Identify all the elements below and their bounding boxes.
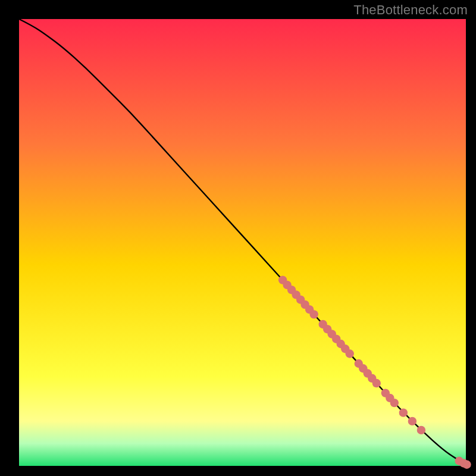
data-dot <box>372 379 381 387</box>
chart-svg <box>0 0 476 476</box>
data-dot <box>309 310 318 318</box>
data-dot <box>390 399 399 407</box>
chart-stage: TheBottleneck.com <box>0 0 476 476</box>
data-dot <box>417 426 425 434</box>
data-dot <box>399 408 408 416</box>
data-dot <box>462 461 471 469</box>
data-dot <box>408 417 416 425</box>
attribution-text: TheBottleneck.com <box>353 2 468 18</box>
data-dot <box>346 349 354 358</box>
plot-background <box>19 19 466 466</box>
